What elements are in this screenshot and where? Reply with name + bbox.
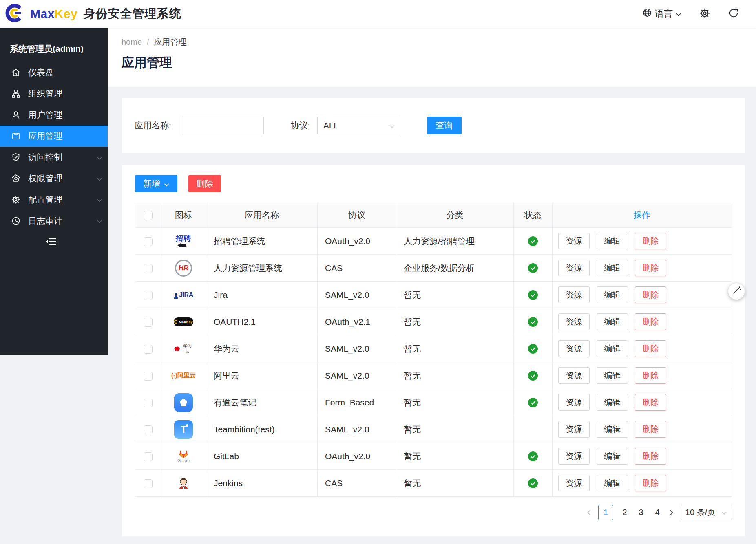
column-header-protocol: 协议 <box>318 203 396 228</box>
delete-button[interactable]: 删除 <box>635 367 666 384</box>
row-checkbox[interactable] <box>144 291 153 300</box>
sidebar-item-user[interactable]: 用户管理 <box>0 104 108 126</box>
page-size-value: 10 条/页 <box>685 507 715 518</box>
edit-button[interactable]: 编辑 <box>597 260 628 276</box>
pagination-prev-button[interactable] <box>586 509 592 516</box>
row-checkbox[interactable] <box>144 345 153 354</box>
jira-logo: JIRA <box>174 285 193 305</box>
delete-button[interactable]: 删除 <box>635 313 666 330</box>
sidebar-item-audit-log[interactable]: 日志审计 <box>0 210 108 231</box>
hr-logo: HR <box>174 258 193 278</box>
delete-button[interactable]: 删除 <box>635 475 666 491</box>
settings-button[interactable] <box>699 8 710 20</box>
resource-button[interactable]: 资源 <box>558 286 590 303</box>
resource-button[interactable]: 资源 <box>558 394 590 411</box>
delete-button[interactable]: 删除 <box>635 448 666 465</box>
row-checkbox[interactable] <box>144 425 153 434</box>
language-switcher[interactable]: 语言 <box>642 8 681 20</box>
edit-button[interactable]: 编辑 <box>597 367 628 384</box>
edit-button[interactable]: 编辑 <box>597 340 628 357</box>
edit-button[interactable]: 编辑 <box>597 394 628 411</box>
row-checkbox[interactable] <box>144 479 153 488</box>
sidebar-item-dashboard[interactable]: 仪表盘 <box>0 62 108 83</box>
brand-name: MaxKey <box>30 7 77 21</box>
logout-button[interactable] <box>728 8 739 20</box>
row-checkbox[interactable] <box>144 399 153 407</box>
app-protocol: OAuth_v2.0 <box>318 228 396 255</box>
app-name-input[interactable] <box>182 117 264 134</box>
search-button[interactable]: 查询 <box>427 117 462 134</box>
delete-button[interactable]: 删除 <box>635 421 666 438</box>
bulk-delete-button[interactable]: 删除 <box>188 175 221 192</box>
app-protocol: SAML_v2.0 <box>318 416 396 443</box>
logout-icon <box>728 8 739 20</box>
edit-button[interactable]: 编辑 <box>597 475 628 491</box>
pagination-page-1[interactable]: 1 <box>598 505 613 520</box>
delete-button[interactable]: 删除 <box>635 260 666 276</box>
main-content: home / 应用管理 应用管理 应用名称: 协议: ALL 查询 新增 <box>108 28 756 544</box>
pagination-page-2[interactable]: 2 <box>620 508 630 517</box>
app-category: 暂无 <box>396 282 514 308</box>
app-protocol: OAuth_v2.1 <box>318 308 396 335</box>
select-all-checkbox[interactable] <box>144 211 153 220</box>
app-category: 暂无 <box>396 470 514 497</box>
status-active-badge <box>528 263 538 273</box>
add-button[interactable]: 新增 <box>135 175 177 192</box>
resource-button[interactable]: 资源 <box>558 340 590 357</box>
user-icon <box>11 110 21 120</box>
pagination-page-4[interactable]: 4 <box>652 508 662 517</box>
edit-button[interactable]: 编辑 <box>597 421 628 438</box>
sidebar: 系统管理员(admin) 仪表盘组织管理用户管理应用管理访问控制权限管理配置管理… <box>0 28 108 355</box>
breadcrumb-current: 应用管理 <box>154 37 187 48</box>
sidebar-item-organization[interactable]: 组织管理 <box>0 83 108 104</box>
resource-button[interactable]: 资源 <box>558 260 590 276</box>
delete-button[interactable]: 删除 <box>635 286 666 303</box>
app-category: 企业服务/数据分析 <box>396 255 514 282</box>
audit-log-icon <box>11 216 21 226</box>
sidebar-item-label: 用户管理 <box>28 109 62 121</box>
edit-button[interactable]: 编辑 <box>597 233 628 249</box>
edit-button[interactable]: 编辑 <box>597 448 628 465</box>
row-checkbox[interactable] <box>144 264 153 273</box>
breadcrumb-home[interactable]: home <box>122 37 142 47</box>
row-checkbox[interactable] <box>144 318 153 327</box>
protocol-label: 协议: <box>291 120 310 131</box>
resource-button[interactable]: 资源 <box>558 421 590 438</box>
breadcrumb-separator: / <box>147 37 149 47</box>
delete-button[interactable]: 删除 <box>635 340 666 357</box>
page-size-select[interactable]: 10 条/页 <box>681 505 732 520</box>
status-active-badge <box>528 478 538 488</box>
resource-button[interactable]: 资源 <box>558 475 590 491</box>
delete-button[interactable]: 删除 <box>635 394 666 411</box>
status-active-badge <box>528 290 538 300</box>
row-checkbox[interactable] <box>144 237 153 246</box>
protocol-select[interactable]: ALL <box>317 117 401 134</box>
protocol-select-value: ALL <box>323 121 338 130</box>
edit-button[interactable]: 编辑 <box>597 286 628 303</box>
resource-button[interactable]: 资源 <box>558 448 590 465</box>
pagination-next-button[interactable] <box>669 509 674 516</box>
sidebar-collapse-button[interactable] <box>0 237 108 248</box>
app-name: Jira <box>206 282 318 308</box>
maxkey-logo-icon <box>4 2 27 26</box>
huaweicloud-logo: 华为云 <box>174 339 193 359</box>
sidebar-item-settings[interactable]: 配置管理 <box>0 189 108 210</box>
edit-button[interactable]: 编辑 <box>597 313 628 330</box>
app-name: 人力资源管理系统 <box>206 255 318 282</box>
sidebar-item-shield[interactable]: 访问控制 <box>0 147 108 168</box>
resource-button[interactable]: 资源 <box>558 233 590 249</box>
resource-button[interactable]: 资源 <box>558 313 590 330</box>
sidebar-item-permission[interactable]: 权限管理 <box>0 168 108 189</box>
breadcrumb: home / 应用管理 <box>122 28 756 48</box>
row-checkbox[interactable] <box>144 452 153 461</box>
sidebar-item-application[interactable]: 应用管理 <box>0 126 108 147</box>
resource-button[interactable]: 资源 <box>558 367 590 384</box>
app-name: 华为云 <box>206 335 318 362</box>
row-checkbox[interactable] <box>144 372 153 381</box>
delete-button[interactable]: 删除 <box>635 233 666 249</box>
pagination-page-3[interactable]: 3 <box>636 508 646 517</box>
app-category: 暂无 <box>396 416 514 443</box>
table-row: HR人力资源管理系统CAS企业服务/数据分析资源编辑删除 <box>135 255 732 282</box>
table-row: GitLabGitLabOAuth_v2.0暂无资源编辑删除 <box>135 443 732 470</box>
theme-float-button[interactable] <box>728 283 745 300</box>
